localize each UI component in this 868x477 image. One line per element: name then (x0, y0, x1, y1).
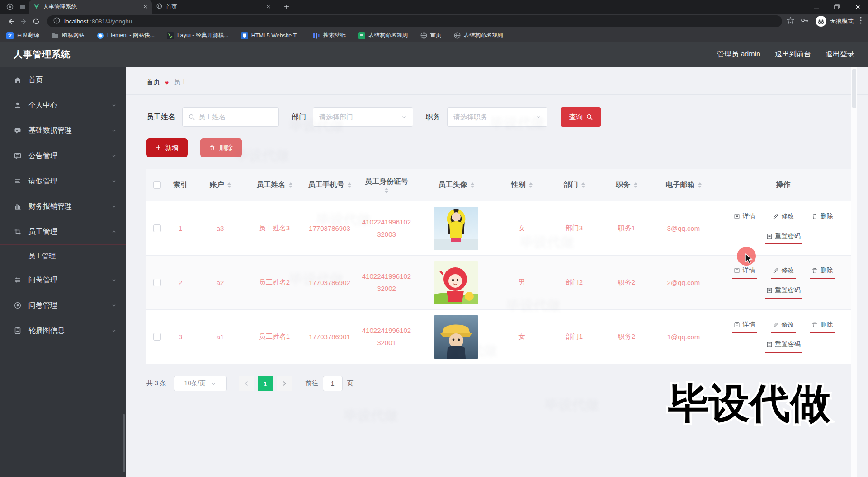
prev-page-button[interactable] (239, 376, 254, 391)
sort-icon[interactable] (581, 182, 585, 188)
col-phone[interactable]: 员工手机号 (302, 169, 357, 201)
close-window-button[interactable] (847, 0, 868, 14)
bookmark-item[interactable]: 表结构命名规则 (358, 32, 408, 39)
select-all-checkbox[interactable] (153, 181, 161, 189)
current-page-button[interactable]: 1 (258, 376, 273, 391)
detail-button[interactable]: 详情 (732, 321, 757, 333)
col-id-number[interactable]: 员工身份证号 (357, 169, 416, 201)
bookmark-item[interactable]: 图标网站 (52, 32, 85, 39)
row-checkbox[interactable] (153, 224, 161, 232)
restore-button[interactable] (826, 0, 847, 14)
goto-page-input[interactable]: 1 (323, 376, 343, 391)
sidebar-item-questionnaire[interactable]: 问卷管理 (0, 267, 126, 293)
detail-button[interactable]: 详情 (732, 212, 757, 224)
delete-row-button[interactable]: 删除 (810, 212, 835, 224)
edit-button[interactable]: 修改 (771, 321, 796, 333)
chevron-down-icon (111, 328, 117, 333)
employee-avatar (434, 315, 478, 359)
sidebar-item-announcement[interactable]: 公告管理 (0, 143, 126, 168)
department-select[interactable]: 请选择部门 (313, 107, 413, 127)
bookmark-item[interactable]: 首页 (420, 32, 442, 39)
sort-icon[interactable] (634, 182, 637, 188)
delete-button[interactable]: 删除 (200, 138, 242, 157)
minimize-button[interactable] (806, 0, 826, 14)
plus-icon (156, 145, 161, 150)
reset-password-button[interactable]: 重置密码 (765, 341, 802, 353)
edit-button[interactable]: 修改 (771, 212, 796, 224)
tab-close-icon[interactable] (143, 4, 147, 10)
employee-name-input[interactable]: 员工姓名 (182, 107, 279, 127)
sidebar-item-leave[interactable]: 请假管理 (0, 168, 126, 194)
sidebar-scrollbar[interactable] (123, 414, 125, 472)
query-button[interactable]: 查询 (561, 107, 601, 127)
sidebar-item-questionnaire-2[interactable]: 问卷管理 (0, 293, 126, 318)
pencil-icon (773, 267, 779, 274)
url-host: localhost (64, 18, 88, 25)
delete-row-button[interactable]: 删除 (810, 267, 835, 279)
col-account[interactable]: 账户 (193, 169, 247, 201)
sidebar-item-base-data[interactable]: 基础数据管理 (0, 118, 126, 143)
scrollbar-thumb[interactable] (852, 69, 856, 108)
logout-link[interactable]: 退出登录 (826, 50, 854, 59)
browser-menu-icon[interactable] (860, 17, 862, 26)
sidebar-item-employee[interactable]: 员工管理 (0, 219, 126, 244)
col-name[interactable]: 员工姓名 (247, 169, 302, 201)
job-select[interactable]: 请选择职务 (447, 107, 547, 127)
bookmark-item[interactable]: Element - 网站快... (97, 32, 155, 39)
reset-password-button[interactable]: 重置密码 (765, 286, 802, 299)
sort-icon[interactable] (348, 182, 351, 188)
sort-icon[interactable] (698, 182, 702, 188)
sort-icon[interactable] (385, 188, 388, 193)
bookmark-item[interactable]: Layui - 经典开源模... (167, 32, 229, 39)
new-tab-button[interactable] (281, 1, 292, 13)
col-avatar[interactable]: 员工头像 (416, 169, 496, 201)
tab-personnel-system[interactable]: 人事管理系统 (29, 0, 152, 14)
col-gender[interactable]: 性别 (496, 169, 547, 201)
sort-icon[interactable] (227, 182, 231, 188)
add-button[interactable]: 新增 (146, 138, 188, 157)
col-index[interactable]: 索引 (167, 169, 193, 201)
address-bar[interactable]: localhost:8081/#/yonghu (47, 15, 782, 27)
sidebar-subitem-employee[interactable]: 员工管理 (0, 245, 126, 267)
sidebar-item-carousel[interactable]: 轮播图信息 (0, 318, 126, 343)
password-key-icon[interactable] (801, 17, 809, 25)
reset-password-button[interactable]: 重置密码 (765, 232, 802, 244)
tab-close-icon[interactable] (266, 4, 270, 10)
exit-to-front-link[interactable]: 退出到前台 (775, 50, 811, 59)
incognito-badge[interactable]: 无痕模式 (816, 16, 854, 27)
sort-icon[interactable] (471, 182, 474, 188)
col-email[interactable]: 电子邮箱 (652, 169, 715, 201)
tab-home[interactable]: 首页 (152, 0, 275, 14)
col-dept[interactable]: 部门 (547, 169, 601, 201)
forward-button[interactable] (17, 15, 30, 28)
detail-button[interactable]: 详情 (732, 267, 757, 279)
sort-icon[interactable] (529, 182, 533, 188)
col-job[interactable]: 职务 (601, 169, 652, 201)
clipboard-icon (14, 327, 22, 335)
name-field-label: 员工姓名 (146, 112, 175, 122)
bookmark-item[interactable]: 搜索壁纸 (313, 32, 346, 39)
sidebar-item-home[interactable]: 首页 (0, 67, 126, 93)
edit-button[interactable]: 修改 (771, 267, 796, 279)
delete-row-button[interactable]: 删除 (810, 321, 835, 333)
sidebar-item-finance[interactable]: 财务报销管理 (0, 194, 126, 219)
bookmark-star-icon[interactable] (787, 17, 794, 26)
home-icon (14, 76, 22, 84)
bookmark-item[interactable]: HTML5 Website T... (241, 32, 301, 39)
back-button[interactable] (5, 15, 17, 28)
chevron-left-icon (244, 381, 249, 386)
bookmark-item[interactable]: 百度翻译 (6, 32, 39, 39)
breadcrumb-home[interactable]: 首页 (146, 78, 160, 87)
translate-icon (6, 32, 14, 39)
page-info-icon[interactable] (53, 17, 60, 25)
bookmark-item[interactable]: 表结构命名规则 (454, 32, 504, 39)
page-size-select[interactable]: 10条/页 (174, 376, 227, 391)
reload-button[interactable] (30, 15, 42, 28)
goto-page: 前往 1 页 (306, 376, 354, 391)
next-page-button[interactable] (277, 376, 292, 391)
sidebar-item-personal-center[interactable]: 个人中心 (0, 93, 126, 118)
row-checkbox[interactable] (153, 279, 161, 286)
sort-icon[interactable] (289, 182, 292, 188)
page-scrollbar[interactable] (851, 67, 857, 477)
row-checkbox[interactable] (153, 333, 161, 341)
